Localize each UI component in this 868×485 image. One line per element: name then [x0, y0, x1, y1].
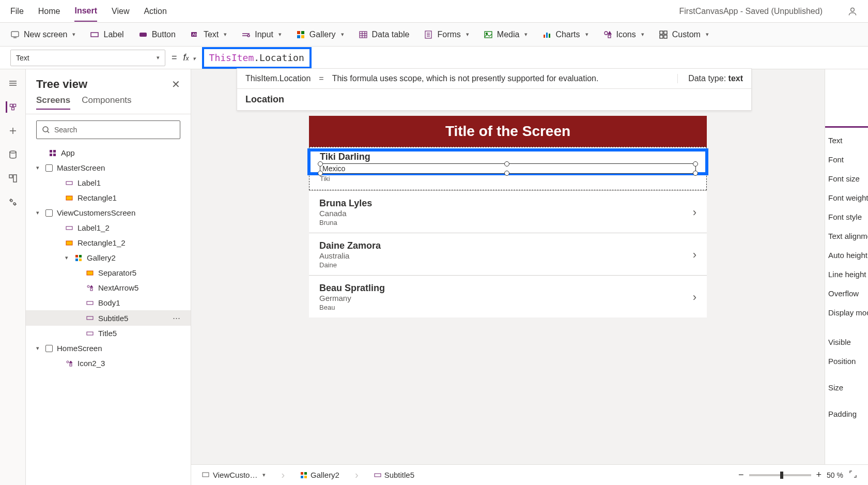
- svg-rect-39: [13, 104, 16, 107]
- menu-icon[interactable]: [7, 78, 19, 89]
- tree-node-label1[interactable]: Label1: [26, 175, 191, 190]
- tree-node-rectangle1-2[interactable]: Rectangle1_2: [26, 235, 191, 250]
- tree-node-separator5[interactable]: Separator5: [26, 265, 191, 280]
- tab-components[interactable]: Components: [82, 95, 131, 110]
- svg-point-29: [605, 32, 608, 35]
- label-icon: [65, 179, 73, 187]
- prop-padding[interactable]: Padding: [825, 404, 868, 423]
- tree-node-gallery2[interactable]: ▾ Gallery2: [26, 250, 191, 265]
- breadcrumb-subtitle[interactable]: Subtitle5: [374, 471, 414, 479]
- tree-node-icon2-3[interactable]: Icon2_3: [26, 356, 191, 371]
- menu-action[interactable]: Action: [144, 2, 166, 21]
- menu-home[interactable]: Home: [38, 2, 60, 21]
- prop-font[interactable]: Font: [825, 150, 868, 169]
- ribbon-forms[interactable]: Forms ▾: [424, 30, 469, 39]
- tree-node-viewcustomers[interactable]: ▾ ViewCustomersScreen: [26, 205, 191, 220]
- tab-screens[interactable]: Screens: [36, 95, 70, 110]
- zoom-controls: − + 50 %: [738, 469, 858, 480]
- tree-node-nextarrow5[interactable]: NextArrow5: [26, 280, 191, 295]
- ribbon-text[interactable]: Abc Text ▾: [190, 30, 227, 39]
- resize-handle[interactable]: [504, 171, 509, 176]
- more-icon[interactable]: ⋯: [173, 313, 180, 323]
- svg-point-46: [10, 200, 12, 202]
- ribbon-charts[interactable]: Charts ▾: [542, 30, 588, 39]
- resize-handle[interactable]: [318, 161, 323, 166]
- tree-node-label: Title5: [98, 329, 117, 338]
- ribbon-button[interactable]: Button: [138, 30, 176, 39]
- tree-node-title5[interactable]: Title5: [26, 326, 191, 341]
- resize-handle[interactable]: [504, 161, 509, 166]
- prop-text[interactable]: Text: [825, 131, 868, 150]
- ribbon-gallery[interactable]: Gallery ▾: [296, 30, 344, 39]
- prop-size[interactable]: Size: [825, 378, 868, 397]
- zoom-in-button[interactable]: +: [816, 469, 822, 480]
- table-icon: [359, 30, 368, 39]
- gallery-item-location: Australia: [319, 251, 381, 260]
- svg-rect-32: [664, 31, 667, 34]
- status-bar: ViewCusto… ▾ › Gallery2 › Subtitle5 − + …: [191, 464, 868, 485]
- breadcrumb-screen[interactable]: ViewCusto… ▾: [202, 471, 266, 479]
- close-icon[interactable]: ✕: [172, 78, 180, 90]
- breadcrumb-label: Subtitle5: [384, 471, 414, 479]
- tools-icon[interactable]: [7, 196, 19, 208]
- tree-node-subtitle5[interactable]: Subtitle5 ⋯: [26, 310, 191, 326]
- tree-node-homescreen[interactable]: ▾ HomeScreen: [26, 341, 191, 356]
- ribbon-custom[interactable]: Custom ▾: [659, 30, 709, 39]
- insert-icon[interactable]: [7, 125, 19, 137]
- prop-font-weight[interactable]: Font weight: [825, 188, 868, 207]
- gallery-item[interactable]: Bruna Lyles Canada Bruna ›: [309, 190, 707, 233]
- prop-line-height[interactable]: Line height: [825, 265, 868, 284]
- canvas[interactable]: Title of the Screen Tiki Darling Mexico …: [309, 116, 707, 317]
- formula-input[interactable]: ThisItem.Location: [202, 47, 312, 69]
- fit-screen-icon[interactable]: [848, 469, 858, 480]
- chevron-right-icon[interactable]: ›: [693, 206, 696, 219]
- gallery-item[interactable]: Beau Spratling Germany Beau ›: [309, 275, 707, 317]
- prop-position[interactable]: Position: [825, 352, 868, 371]
- ribbon-data-table[interactable]: Data table: [359, 30, 410, 39]
- prop-overflow[interactable]: Overflow: [825, 284, 868, 303]
- menu-file[interactable]: File: [10, 2, 24, 21]
- fx-icon[interactable]: fx ▾: [183, 52, 196, 63]
- tree-view-icon[interactable]: [6, 101, 17, 113]
- prop-display-mode[interactable]: Display moc: [825, 303, 868, 322]
- ribbon-media[interactable]: Media ▾: [484, 30, 528, 39]
- resize-handle[interactable]: [318, 171, 323, 176]
- menu-insert[interactable]: Insert: [74, 1, 97, 22]
- menu-view[interactable]: View: [112, 2, 129, 21]
- chevron-right-icon[interactable]: ›: [693, 248, 696, 262]
- property-selector[interactable]: Text ▾: [10, 50, 165, 66]
- gallery-item-name: Tiki Darling: [320, 151, 696, 162]
- ribbon-new-screen[interactable]: New screen ▾: [10, 30, 75, 39]
- ribbon-label[interactable]: Label: [90, 30, 123, 39]
- search-input[interactable]: Search: [36, 120, 180, 139]
- zoom-slider[interactable]: [749, 474, 811, 476]
- resize-handle[interactable]: [693, 171, 698, 176]
- tree-node-label1-2[interactable]: Label1_2: [26, 220, 191, 235]
- data-icon[interactable]: [7, 149, 19, 160]
- user-icon[interactable]: [847, 6, 858, 17]
- prop-font-size[interactable]: Font size: [825, 169, 868, 188]
- prop-font-style[interactable]: Font style: [825, 207, 868, 226]
- tree-node-app[interactable]: App: [26, 145, 191, 160]
- tree-node-body1[interactable]: Body1: [26, 295, 191, 310]
- gallery-item-selected[interactable]: Tiki Darling Mexico Tiki ›: [309, 147, 707, 190]
- media-panel-icon[interactable]: [7, 173, 19, 184]
- checkbox-icon[interactable]: [45, 209, 53, 217]
- tree-node-master[interactable]: ▾ MasterScreen: [26, 160, 191, 175]
- app-title: FirstCanvasApp - Saved (Unpublished): [679, 7, 823, 16]
- checkbox-icon[interactable]: [45, 345, 53, 352]
- prop-text-align[interactable]: Text alignme: [825, 226, 868, 246]
- gallery-item[interactable]: Daine Zamora Australia Daine ›: [309, 233, 707, 275]
- ribbon-icons[interactable]: Icons ▾: [603, 30, 644, 39]
- prop-auto-height[interactable]: Auto height: [825, 246, 868, 265]
- resize-handle[interactable]: [693, 161, 698, 166]
- zoom-out-button[interactable]: −: [738, 469, 744, 480]
- screen-title: Title of the Screen: [309, 116, 707, 147]
- breadcrumb-gallery[interactable]: Gallery2: [300, 471, 339, 479]
- gallery-item-location-selected[interactable]: Mexico: [320, 163, 696, 174]
- chevron-right-icon[interactable]: ›: [693, 291, 696, 304]
- tree-node-rectangle1[interactable]: Rectangle1: [26, 190, 191, 205]
- ribbon-input[interactable]: Input ▾: [241, 30, 282, 39]
- checkbox-icon[interactable]: [45, 164, 53, 172]
- prop-visible[interactable]: Visible: [825, 332, 868, 352]
